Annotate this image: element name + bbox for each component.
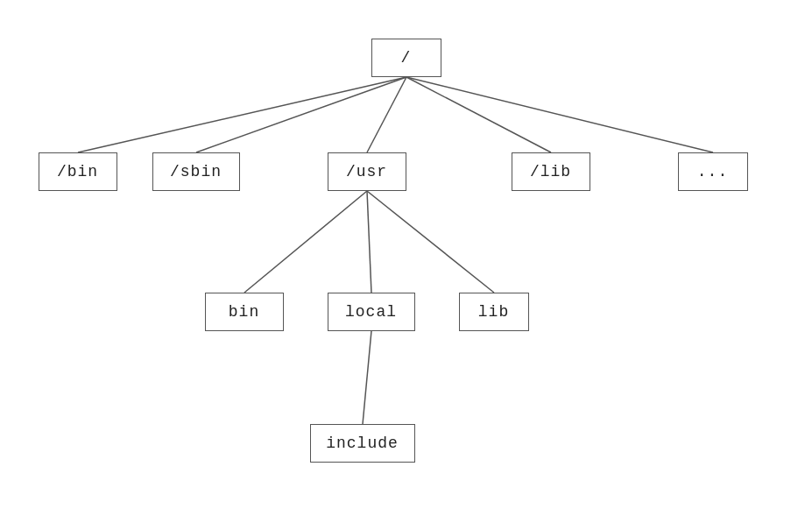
tree-container: //bin/sbin/usr/lib...binlocallibinclude bbox=[12, 12, 801, 512]
edge-root-sbin bbox=[196, 77, 406, 152]
node-usr: /usr bbox=[328, 152, 406, 191]
node-label-dots: ... bbox=[697, 163, 728, 180]
node-label-lib: /lib bbox=[530, 163, 571, 180]
edge-root-dots bbox=[406, 77, 713, 152]
node-root: / bbox=[371, 39, 441, 77]
edge-usr-usr_bin bbox=[244, 191, 367, 293]
node-label-usr: /usr bbox=[346, 163, 387, 180]
node-label-root: / bbox=[401, 49, 412, 67]
node-include: include bbox=[310, 424, 415, 463]
node-bin: /bin bbox=[39, 152, 117, 191]
node-lib: /lib bbox=[512, 152, 590, 191]
node-label-usr_lib: lib bbox=[478, 303, 509, 321]
node-label-local: local bbox=[345, 303, 397, 321]
edge-local-include bbox=[363, 331, 371, 424]
node-usr_bin: bin bbox=[205, 293, 284, 331]
node-sbin: /sbin bbox=[152, 152, 240, 191]
edge-usr-usr_lib bbox=[367, 191, 494, 293]
node-dots: ... bbox=[678, 152, 748, 191]
edge-usr-local bbox=[367, 191, 371, 293]
node-local: local bbox=[328, 293, 415, 331]
node-label-include: include bbox=[326, 435, 399, 452]
node-usr_lib: lib bbox=[459, 293, 529, 331]
node-label-bin: /bin bbox=[57, 163, 98, 180]
node-label-usr_bin: bin bbox=[229, 303, 259, 321]
edge-root-lib bbox=[406, 77, 551, 152]
edge-root-usr bbox=[367, 77, 406, 152]
node-label-sbin: /sbin bbox=[170, 163, 222, 180]
edge-root-bin bbox=[78, 77, 406, 152]
